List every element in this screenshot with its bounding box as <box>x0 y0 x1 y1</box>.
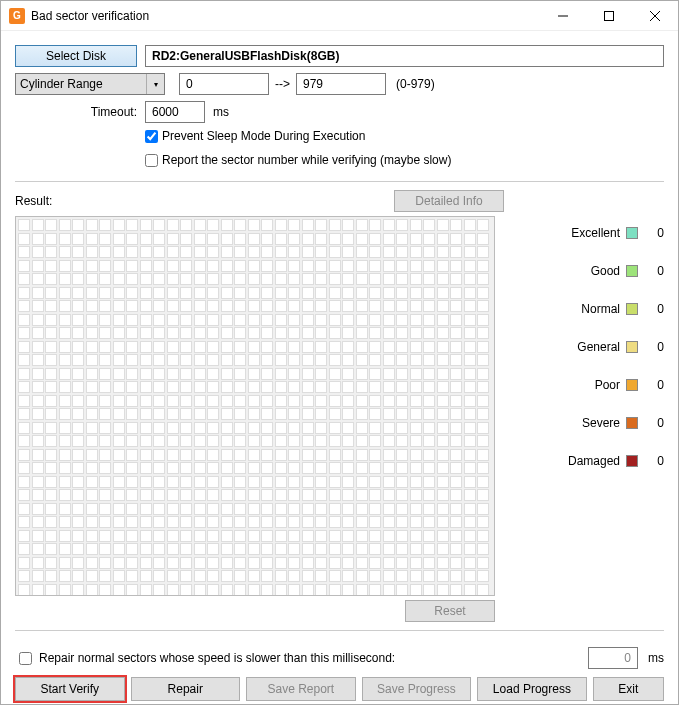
cylinder-to-input[interactable] <box>296 73 386 95</box>
grid-cell <box>167 516 179 528</box>
grid-cell <box>248 395 260 407</box>
prevent-sleep-checkbox[interactable] <box>145 130 158 143</box>
grid-cell <box>396 570 408 582</box>
window: G Bad sector verification Select Disk RD… <box>0 0 679 705</box>
grid-cell <box>72 381 84 393</box>
load-progress-button[interactable]: Load Progress <box>477 677 587 701</box>
grid-cell <box>167 314 179 326</box>
grid-cell <box>99 570 111 582</box>
repair-button[interactable]: Repair <box>131 677 241 701</box>
grid-cell <box>288 354 300 366</box>
save-progress-button[interactable]: Save Progress <box>362 677 472 701</box>
exit-button[interactable]: Exit <box>593 677 664 701</box>
grid-cell <box>140 422 152 434</box>
grid-cell <box>261 543 273 555</box>
grid-cell <box>221 570 233 582</box>
grid-cell <box>32 584 44 596</box>
grid-cell <box>140 462 152 474</box>
grid-cell <box>72 516 84 528</box>
legend-row: Damaged0 <box>507 454 664 468</box>
grid-cell <box>302 584 314 596</box>
grid-cell <box>437 462 449 474</box>
grid-cell <box>356 233 368 245</box>
grid-cell <box>329 503 341 515</box>
grid-cell <box>248 368 260 380</box>
grid-cell <box>423 327 435 339</box>
legend-label: Good <box>591 264 620 278</box>
grid-cell <box>32 219 44 231</box>
grid-cell <box>59 530 71 542</box>
select-disk-button[interactable]: Select Disk <box>15 45 137 67</box>
detailed-info-button[interactable]: Detailed Info <box>394 190 504 212</box>
grid-cell <box>356 300 368 312</box>
grid-cell <box>113 503 125 515</box>
grid-cell <box>59 300 71 312</box>
grid-cell <box>99 543 111 555</box>
grid-cell <box>342 368 354 380</box>
grid-cell <box>45 341 57 353</box>
cylinder-from-input[interactable] <box>179 73 269 95</box>
grid-cell <box>383 516 395 528</box>
save-report-button[interactable]: Save Report <box>246 677 356 701</box>
grid-cell <box>410 449 422 461</box>
grid-cell <box>234 422 246 434</box>
legend-count: 0 <box>644 264 664 278</box>
grid-cell <box>113 354 125 366</box>
grid-cell <box>180 287 192 299</box>
grid-cell <box>72 489 84 501</box>
grid-cell <box>464 408 476 420</box>
repair-slow-value[interactable] <box>588 647 638 669</box>
grid-cell <box>99 260 111 272</box>
grid-cell <box>329 287 341 299</box>
grid-cell <box>153 341 165 353</box>
grid-cell <box>423 435 435 447</box>
grid-cell <box>396 381 408 393</box>
grid-cell <box>140 476 152 488</box>
reset-button[interactable]: Reset <box>405 600 495 622</box>
grid-cell <box>180 503 192 515</box>
close-button[interactable] <box>632 1 678 31</box>
range-mode-combo[interactable]: Cylinder Range ▾ <box>15 73 165 95</box>
grid-cell <box>207 341 219 353</box>
grid-cell <box>167 503 179 515</box>
grid-cell <box>477 314 489 326</box>
grid-cell <box>342 530 354 542</box>
grid-cell <box>221 557 233 569</box>
grid-cell <box>275 476 287 488</box>
repair-slow-checkbox[interactable] <box>19 652 32 665</box>
grid-cell <box>275 287 287 299</box>
grid-cell <box>450 233 462 245</box>
grid-cell <box>32 408 44 420</box>
grid-cell <box>464 233 476 245</box>
grid-cell <box>275 503 287 515</box>
timeout-input[interactable] <box>145 101 205 123</box>
grid-cell <box>221 543 233 555</box>
grid-cell <box>86 449 98 461</box>
minimize-button[interactable] <box>540 1 586 31</box>
grid-cell <box>140 287 152 299</box>
grid-cell <box>356 584 368 596</box>
grid-cell <box>72 395 84 407</box>
grid-cell <box>369 422 381 434</box>
grid-cell <box>356 408 368 420</box>
grid-cell <box>45 219 57 231</box>
grid-cell <box>383 584 395 596</box>
grid-cell <box>356 395 368 407</box>
grid-cell <box>72 314 84 326</box>
grid-cell <box>315 543 327 555</box>
grid-cell <box>383 341 395 353</box>
grid-cell <box>396 395 408 407</box>
grid-cell <box>194 314 206 326</box>
grid-cell <box>248 273 260 285</box>
grid-cell <box>356 354 368 366</box>
start-verify-button[interactable]: Start Verify <box>15 677 125 701</box>
grid-cell <box>410 543 422 555</box>
grid-cell <box>315 503 327 515</box>
grid-cell <box>72 273 84 285</box>
grid-cell <box>113 327 125 339</box>
maximize-button[interactable] <box>586 1 632 31</box>
grid-cell <box>410 489 422 501</box>
report-sector-checkbox[interactable] <box>145 154 158 167</box>
legend: Excellent0Good0Normal0General0Poor0Sever… <box>507 216 664 622</box>
grid-cell <box>450 260 462 272</box>
